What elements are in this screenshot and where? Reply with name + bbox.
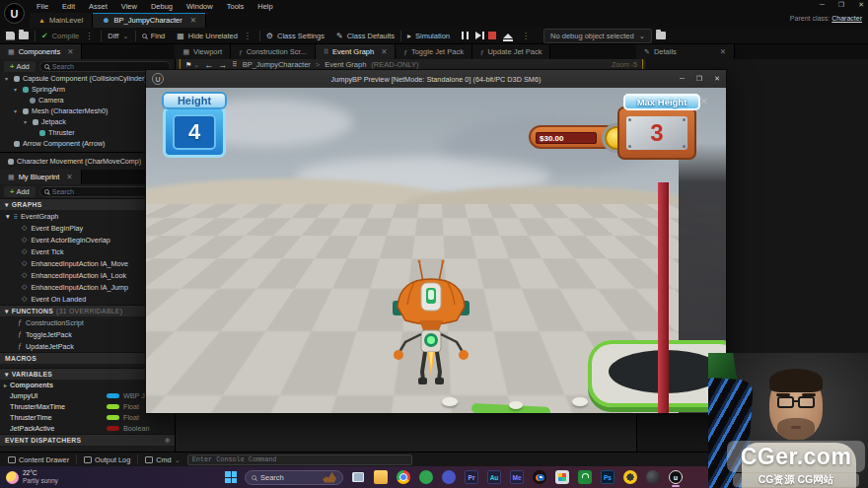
output-log-button[interactable]: Output Log <box>84 455 130 464</box>
variable-row-jetpackactive[interactable]: JetPackActive Boolean <box>0 423 175 434</box>
tab-viewport[interactable]: ▦ Viewport <box>175 44 231 59</box>
vpn-lock-icon[interactable] <box>578 470 592 484</box>
content-drawer-icon <box>8 456 16 463</box>
discord-icon[interactable] <box>442 470 456 484</box>
menu-view[interactable]: View <box>114 2 144 11</box>
content-drawer-button[interactable]: Content Drawer <box>8 455 69 464</box>
chrome-icon[interactable] <box>397 470 410 484</box>
preview-minimize-icon[interactable]: ─ <box>680 75 685 83</box>
breadcrumb-page[interactable]: Event Graph <box>325 60 366 69</box>
add-component-button[interactable]: + Add <box>4 61 36 72</box>
preview-title-bar[interactable]: U JumpyBP Preview [NetMode: Standalone 0… <box>146 70 726 88</box>
photoshop-icon[interactable]: Ps <box>601 470 615 484</box>
menu-file[interactable]: File <box>30 2 55 11</box>
tab-bp-jumpycharacter[interactable]: ☻ BP_JumpyCharacter ✕ <box>93 13 206 28</box>
panel-tab-strip: ▦ Components ✕ ▦ Viewport ƒ Construction… <box>0 44 868 59</box>
blender-icon[interactable] <box>533 470 546 484</box>
blueprint-icon: ☻ <box>102 16 109 25</box>
find-button[interactable]: Find <box>136 28 172 43</box>
browse-icon[interactable] <box>19 32 29 39</box>
tab-my-blueprint-close-icon[interactable]: ✕ <box>66 173 72 181</box>
sharex-icon[interactable] <box>419 470 433 484</box>
class-defaults-button[interactable]: ✎ Class Defaults <box>330 28 400 43</box>
taskbar-search[interactable]: Search <box>245 470 343 485</box>
add-blueprint-item-button[interactable]: + Add <box>4 186 36 197</box>
diff-label: Diff <box>108 32 118 40</box>
debug-browse-icon[interactable] <box>656 32 666 39</box>
app-grid-icon[interactable] <box>555 470 569 484</box>
menu-tools[interactable]: Tools <box>220 2 252 11</box>
class-settings-button[interactable]: ⚙ Class Settings <box>260 28 330 43</box>
variable-type-pill <box>107 404 119 409</box>
start-button[interactable] <box>225 471 237 483</box>
task-view-icon[interactable] <box>351 470 365 484</box>
tab-details[interactable]: ✎ Details ✕ <box>636 44 735 59</box>
cmd-icon <box>145 456 153 463</box>
add-dispatcher-icon[interactable]: ⊕ <box>165 437 171 445</box>
tab-components-close-icon[interactable]: ✕ <box>67 47 73 56</box>
menu-edit[interactable]: Edit <box>55 2 82 11</box>
tab-components[interactable]: ▦ Components ✕ <box>0 44 82 59</box>
tab-mainlevel[interactable]: ▲ MainLevel <box>30 13 93 28</box>
tab-close-icon[interactable]: ✕ <box>190 16 196 25</box>
eject-button[interactable] <box>503 34 513 38</box>
robot-character <box>386 257 476 387</box>
close-icon[interactable]: ✕ <box>858 1 864 9</box>
bookmark-flag-icon[interactable]: ⚑⌄ <box>185 61 199 69</box>
function-icon: ƒ <box>403 48 407 56</box>
simulation-label: Simulation <box>415 32 450 40</box>
menu-asset[interactable]: Asset <box>82 2 114 11</box>
tab-details-close-icon[interactable]: ✕ <box>720 47 726 56</box>
minimize-icon[interactable]: ─ <box>820 1 825 9</box>
simulation-button[interactable]: ▸ Simulation <box>401 28 456 43</box>
function-icon: ƒ <box>18 318 22 327</box>
steam-icon[interactable] <box>646 470 660 484</box>
tab-update-jet-pack[interactable]: ƒ Update Jet Pack <box>472 44 551 59</box>
compile-options-icon[interactable]: ⋮ <box>83 32 95 40</box>
hide-unrelated-button[interactable]: ▦ Hide Unrelated ⋮ <box>171 28 259 43</box>
hide-unrelated-options-icon[interactable]: ⋮ <box>242 32 253 40</box>
diff-button[interactable]: Diff ⌄ <box>102 28 134 43</box>
maximize-icon[interactable]: ❐ <box>838 1 844 9</box>
pause-button[interactable] <box>462 32 469 39</box>
weather-widget[interactable]: 22°C Partly sunny <box>6 469 58 485</box>
parent-class-link[interactable]: Character <box>832 15 862 22</box>
diff-chevron-icon: ⌄ <box>122 32 128 40</box>
media-encoder-icon[interactable]: Me <box>510 470 524 484</box>
game-preview-window: U JumpyBP Preview [NetMode: Standalone 0… <box>145 69 727 414</box>
save-icon[interactable] <box>6 32 15 40</box>
unreal-logo-icon[interactable]: U <box>4 3 25 24</box>
debug-chevron-icon: ⌄ <box>639 32 645 40</box>
compile-button[interactable]: ✔ Compile ⋮ <box>36 28 101 43</box>
game-viewport[interactable]: Height 4 $30.00 Max Height ✕ 3 <box>146 88 726 413</box>
event-dispatchers-section-header[interactable]: EVENT DISPATCHERS ⊕ <box>0 434 175 446</box>
clock-app-icon[interactable] <box>623 470 637 484</box>
debug-object-dropdown[interactable]: No debug object selected ⌄ <box>543 29 652 43</box>
tab-toggle-jet-pack[interactable]: ƒ Toggle Jet Pack <box>396 44 471 59</box>
play-options-icon[interactable]: ⋮ <box>520 32 532 40</box>
parent-class: Parent class: Character <box>790 15 862 22</box>
back-icon[interactable]: ← <box>204 60 213 70</box>
step-button[interactable] <box>475 32 481 39</box>
tab-my-blueprint[interactable]: ▦ My Blueprint ✕ <box>0 170 82 184</box>
premiere-icon[interactable]: Pr <box>465 470 478 484</box>
console-command-input[interactable] <box>187 454 412 465</box>
cmd-dropdown[interactable]: Cmd ⌄ <box>145 455 181 464</box>
skeletal-mesh-icon <box>23 108 29 114</box>
audition-icon[interactable]: Au <box>487 470 501 484</box>
breadcrumb-root[interactable]: BP_JumpyCharacter <box>243 60 311 69</box>
stop-button[interactable] <box>488 32 496 39</box>
preview-maximize-icon[interactable]: ❐ <box>696 75 702 83</box>
forward-icon[interactable]: → <box>218 60 227 70</box>
tab-event-graph-close-icon[interactable]: ✕ <box>381 47 387 56</box>
file-explorer-icon[interactable] <box>374 470 388 484</box>
tab-construction-script[interactable]: ƒ Construction Scr... <box>231 44 316 59</box>
tab-event-graph[interactable]: ⠿ Event Graph ✕ <box>316 44 397 59</box>
menu-help[interactable]: Help <box>251 2 279 11</box>
unreal-engine-icon[interactable]: u <box>669 470 683 484</box>
menu-window[interactable]: Window <box>180 2 220 11</box>
find-icon <box>142 34 147 38</box>
preview-close-icon[interactable]: ✕ <box>714 75 720 83</box>
window-controls: ─ ❐ ✕ <box>820 1 864 9</box>
menu-debug[interactable]: Debug <box>144 2 180 11</box>
